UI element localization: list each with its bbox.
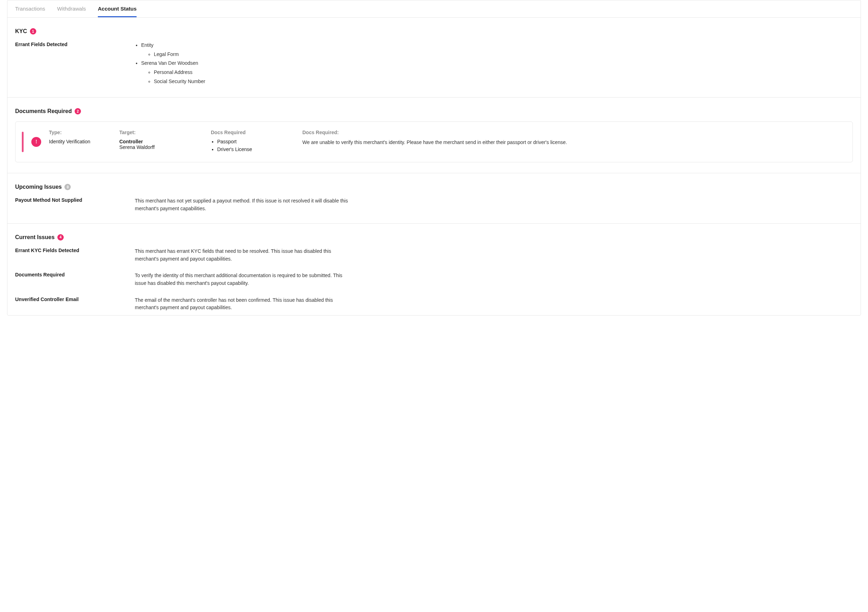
doc-target-name: Serena Waldorff bbox=[119, 144, 200, 150]
upcoming-row-label: Payout Method Not Supplied bbox=[15, 197, 135, 203]
doc-req-item: Passport bbox=[217, 139, 292, 144]
current-row-text: To verify the identity of this merchant … bbox=[135, 272, 353, 287]
current-title: Current Issues 4 bbox=[15, 234, 853, 241]
kyc-badge: 1 bbox=[30, 28, 36, 34]
kyc-errant-subitem: Personal Address bbox=[154, 69, 353, 76]
current-section: Current Issues 4 Errant KYC Fields Detec… bbox=[8, 224, 860, 315]
kyc-errant-item-name: Entity bbox=[141, 42, 153, 48]
kyc-errant-list: Entity Legal Form Serena Van Der Woodsen… bbox=[135, 42, 353, 85]
documents-section: Documents Required 2 ! Type: Identity Ve… bbox=[8, 98, 860, 173]
account-status-panel: Transactions Withdrawals Account Status … bbox=[7, 0, 861, 315]
kyc-errant-subitem: Social Security Number bbox=[154, 78, 353, 85]
current-row-text: This merchant has errant KYC fields that… bbox=[135, 247, 353, 263]
current-row-label: Documents Required bbox=[15, 272, 135, 278]
tab-withdrawals[interactable]: Withdrawals bbox=[57, 0, 86, 17]
document-card: ! Type: Identity Verification Target: Co… bbox=[15, 121, 853, 162]
tab-bar: Transactions Withdrawals Account Status bbox=[8, 0, 860, 18]
current-title-text: Current Issues bbox=[15, 234, 54, 241]
doc-target-role: Controller bbox=[119, 139, 200, 144]
kyc-errant-item-name: Serena Van Der Woodsen bbox=[141, 60, 198, 66]
kyc-errant-item: Entity Legal Form bbox=[141, 42, 353, 58]
alert-bar bbox=[22, 132, 23, 152]
kyc-title-text: KYC bbox=[15, 28, 27, 34]
tab-account-status[interactable]: Account Status bbox=[98, 0, 136, 17]
upcoming-title-text: Upcoming Issues bbox=[15, 184, 62, 190]
current-row-label: Errant KYC Fields Detected bbox=[15, 247, 135, 253]
current-badge: 4 bbox=[57, 234, 64, 241]
doc-desc-text: We are unable to verify this merchant's … bbox=[302, 139, 845, 146]
upcoming-title: Upcoming Issues 0 bbox=[15, 184, 853, 190]
current-row-text: The email of the merchant's controller h… bbox=[135, 297, 353, 312]
doc-req-head: Docs Required bbox=[211, 130, 292, 135]
documents-title: Documents Required 2 bbox=[15, 108, 853, 115]
upcoming-badge: 0 bbox=[64, 184, 71, 190]
kyc-errant-subitem: Legal Form bbox=[154, 51, 353, 59]
doc-type-value: Identity Verification bbox=[49, 139, 109, 144]
doc-target-head: Target: bbox=[119, 130, 200, 135]
documents-title-text: Documents Required bbox=[15, 108, 72, 115]
doc-type-head: Type: bbox=[49, 130, 109, 135]
current-row-label: Unverified Controller Email bbox=[15, 297, 135, 302]
alert-icon: ! bbox=[31, 137, 41, 147]
kyc-errant-label: Errant Fields Detected bbox=[15, 42, 135, 47]
kyc-title: KYC 1 bbox=[15, 28, 853, 34]
doc-desc-head: Docs Required: bbox=[302, 130, 845, 135]
kyc-section: KYC 1 Errant Fields Detected Entity Lega… bbox=[8, 18, 860, 98]
upcoming-row-text: This merchant has not yet supplied a pay… bbox=[135, 197, 353, 212]
doc-req-item: Driver's License bbox=[217, 146, 292, 152]
documents-badge: 2 bbox=[74, 108, 81, 115]
kyc-errant-item: Serena Van Der Woodsen Personal Address … bbox=[141, 59, 353, 85]
tab-transactions[interactable]: Transactions bbox=[15, 0, 45, 17]
upcoming-section: Upcoming Issues 0 Payout Method Not Supp… bbox=[8, 173, 860, 223]
